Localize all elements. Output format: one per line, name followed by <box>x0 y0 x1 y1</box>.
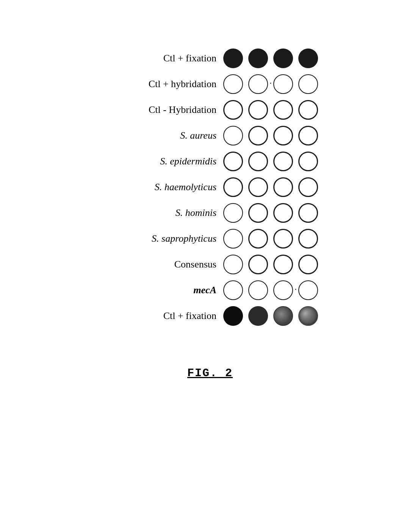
circle-1 <box>223 280 243 300</box>
row-meca: mecA · <box>102 277 318 303</box>
row-label-ctl-hybridation: Ctl + hybridation <box>102 78 223 90</box>
circle-2 <box>248 177 268 197</box>
circle-2 <box>248 126 268 145</box>
circle-1 <box>223 100 243 120</box>
circle-1 <box>223 126 243 145</box>
row-label-meca: mecA <box>102 285 223 296</box>
circle-2 <box>248 255 268 274</box>
circle-4 <box>298 203 318 223</box>
circle-3 <box>273 74 293 94</box>
circle-4 <box>298 48 318 68</box>
circle-4 <box>298 255 318 274</box>
circles-consensus <box>223 255 318 274</box>
row-label-ctl-fixation-bottom: Ctl + fixation <box>102 310 223 322</box>
row-label-s-haemolyticus: S. haemolyticus <box>102 181 223 193</box>
circle-2 <box>248 306 268 326</box>
row-s-saprophyticus: S. saprophyticus <box>102 226 318 252</box>
circle-3 <box>273 255 293 274</box>
circle-2 <box>248 203 268 223</box>
row-s-epidermidis: S. epidermidis <box>102 149 318 174</box>
circle-2 <box>248 229 268 249</box>
row-ctl-minus-hybridation: Ctl - Hybridation <box>102 97 318 123</box>
circles-ctl-fixation-bottom <box>223 306 318 326</box>
row-s-aureus: S. aureus <box>102 123 318 149</box>
circles-meca: · <box>223 280 318 300</box>
circle-4 <box>298 280 318 300</box>
circle-3 <box>273 126 293 145</box>
figure-container: Ctl + fixation Ctl + hybridation · <box>102 45 318 380</box>
circle-3 <box>273 152 293 171</box>
row-label-s-hominis: S. hominis <box>102 207 223 219</box>
circle-1 <box>223 152 243 171</box>
row-label-ctl-fixation-top: Ctl + fixation <box>102 53 223 64</box>
row-s-haemolyticus: S. haemolyticus <box>102 174 318 200</box>
row-consensus: Consensus <box>102 252 318 277</box>
circles-ctl-hybridation: · <box>223 74 318 94</box>
circle-1 <box>223 306 243 326</box>
row-label-ctl-minus-hybridation: Ctl - Hybridation <box>102 104 223 116</box>
circle-2 <box>248 100 268 120</box>
circle-1 <box>223 203 243 223</box>
circle-4 <box>298 74 318 94</box>
figure-caption: FIG. 2 <box>187 367 233 380</box>
circles-s-aureus <box>223 126 318 145</box>
circle-3 <box>273 177 293 197</box>
circle-1 <box>223 177 243 197</box>
circle-3 <box>273 100 293 120</box>
circle-2 <box>248 152 268 171</box>
circle-2 <box>248 48 268 68</box>
row-ctl-fixation-bottom: Ctl + fixation <box>102 303 318 329</box>
circle-1 <box>223 48 243 68</box>
circle-3 <box>273 306 293 326</box>
circle-4 <box>298 152 318 171</box>
circle-1 <box>223 229 243 249</box>
circles-s-haemolyticus <box>223 177 318 197</box>
circle-1 <box>223 255 243 274</box>
legend-table: Ctl + fixation Ctl + hybridation · <box>102 45 318 329</box>
circles-s-hominis <box>223 203 318 223</box>
row-s-hominis: S. hominis <box>102 200 318 226</box>
circles-ctl-minus-hybridation <box>223 100 318 120</box>
circle-4 <box>298 177 318 197</box>
row-label-s-saprophyticus: S. saprophyticus <box>102 233 223 244</box>
circle-2 <box>248 74 268 94</box>
circles-ctl-fixation-top <box>223 48 318 68</box>
row-ctl-fixation-top: Ctl + fixation <box>102 45 318 71</box>
circle-1 <box>223 74 243 94</box>
circle-3 <box>273 48 293 68</box>
circle-2 <box>248 280 268 300</box>
circle-3 <box>273 280 293 300</box>
circle-4 <box>298 126 318 145</box>
circle-4 <box>298 100 318 120</box>
circle-3 <box>273 203 293 223</box>
row-label-s-aureus: S. aureus <box>102 130 223 141</box>
circles-s-epidermidis <box>223 152 318 171</box>
circle-4 <box>298 306 318 326</box>
row-label-consensus: Consensus <box>102 259 223 270</box>
circle-4 <box>298 229 318 249</box>
row-ctl-hybridation: Ctl + hybridation · <box>102 71 318 97</box>
row-label-s-epidermidis: S. epidermidis <box>102 156 223 167</box>
circle-3 <box>273 229 293 249</box>
circles-s-saprophyticus <box>223 229 318 249</box>
